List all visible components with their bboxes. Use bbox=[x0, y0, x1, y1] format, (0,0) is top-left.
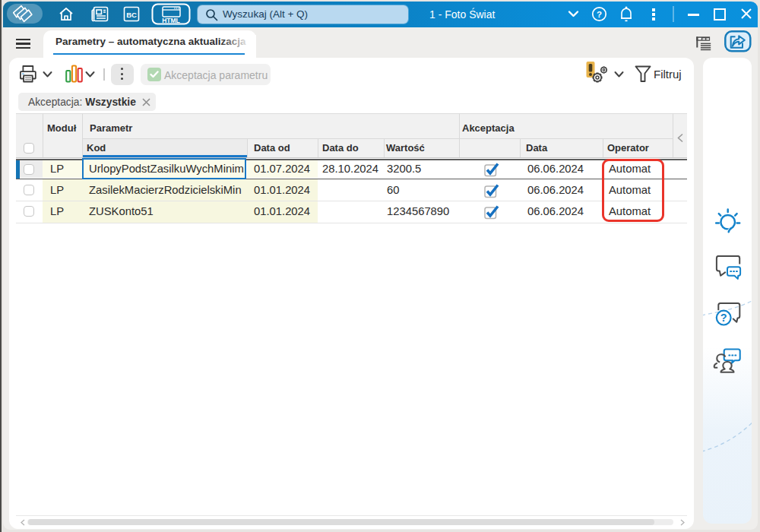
svg-text:?: ? bbox=[597, 10, 602, 19]
svg-text:?: ? bbox=[720, 312, 727, 324]
svg-text:BC: BC bbox=[126, 11, 137, 19]
svg-text:HTML: HTML bbox=[162, 17, 180, 24]
